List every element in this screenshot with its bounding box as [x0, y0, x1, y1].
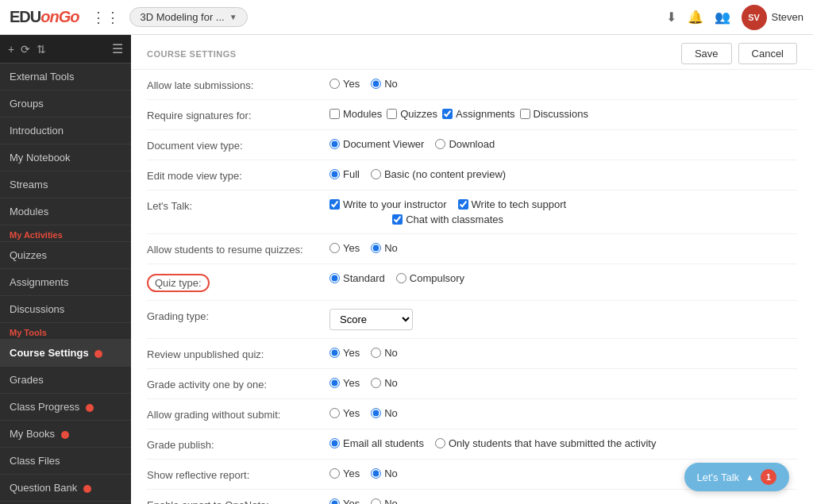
radio-submitted-only[interactable]: Only students that have submitted the ac… [435, 437, 657, 449]
radio-doc-viewer[interactable]: Document Viewer [329, 138, 424, 150]
radio-review-yes[interactable]: Yes [329, 347, 360, 359]
sidebar-top: + ⟳ ⇅ ☰ [0, 35, 131, 63]
controls-resume-quizzes: Yes No [329, 242, 398, 254]
controls-grading-without-submit: Yes No [329, 407, 398, 419]
label-resume-quizzes: Allow students to resume quizzes: [147, 242, 329, 256]
checkbox-write-instructor[interactable]: Write to your instructor [329, 198, 447, 210]
course-settings-badge [94, 350, 102, 358]
label-reflective-report: Show reflective report: [147, 467, 329, 481]
checkbox-discussions[interactable]: Discussions [520, 108, 588, 120]
user-menu[interactable]: SV Steven [742, 5, 803, 30]
chevron-down-icon: ▼ [229, 13, 237, 21]
radio-resume-yes[interactable]: Yes [329, 242, 360, 254]
radio-gws-no[interactable]: No [371, 407, 398, 419]
label-require-signatures: Require signatures for: [147, 108, 329, 121]
sidebar-add-icon[interactable]: + [8, 43, 14, 56]
setting-row-grade-one-by-one: Grade activity one by one: Yes No [147, 369, 797, 399]
radio-allow-late-yes[interactable]: Yes [329, 78, 360, 90]
checkbox-quizzes[interactable]: Quizzes [387, 108, 437, 120]
sidebar-menu-icon[interactable]: ☰ [112, 41, 123, 56]
checkbox-modules[interactable]: Modules [329, 108, 382, 120]
setting-row-lets-talk: Let's Talk: Write to your instructor Wri… [147, 190, 797, 234]
sidebar-item-class-progress[interactable]: Class Progress [0, 394, 131, 421]
radio-review-no[interactable]: No [371, 347, 398, 359]
lets-talk-float-badge: 1 [761, 469, 776, 485]
checkbox-assignments[interactable]: Assignments [442, 108, 514, 120]
setting-row-edit-mode: Edit mode view type: Full Basic (no cont… [147, 160, 797, 190]
radio-allow-late-no[interactable]: No [371, 78, 398, 90]
sidebar-item-assignments[interactable]: Assignments [0, 269, 131, 296]
class-progress-badge [86, 404, 94, 412]
radio-full[interactable]: Full [329, 168, 360, 180]
download-icon[interactable]: ⬇ [666, 10, 676, 25]
radio-standard[interactable]: Standard [329, 272, 385, 284]
setting-row-export-onenote: Enable export to OneNote: Yes No [147, 490, 797, 504]
sidebar-refresh-icon[interactable]: ⟳ [21, 43, 30, 56]
sidebar-arrows-icon[interactable]: ⇅ [37, 43, 46, 56]
sidebar-item-class-files[interactable]: Class Files [0, 448, 131, 475]
radio-reflect-yes[interactable]: Yes [329, 467, 360, 479]
controls-grade-publish: Email all students Only students that ha… [329, 437, 656, 449]
sidebar: + ⟳ ⇅ ☰ External Tools Groups Introducti… [0, 35, 131, 504]
checkbox-write-tech[interactable]: Write to tech support [458, 198, 567, 210]
lets-talk-line2: Chat with classmates [392, 214, 503, 225]
label-document-view: Document view type: [147, 138, 329, 152]
sidebar-item-course-settings[interactable]: Course Settings [0, 340, 131, 367]
label-grading-type: Grading type: [147, 309, 329, 322]
lets-talk-line1: Write to your instructor Write to tech s… [329, 198, 566, 210]
radio-gws-yes[interactable]: Yes [329, 407, 360, 419]
content-header: COURSE SETTINGS Save Cancel [131, 35, 813, 70]
radio-compulsory[interactable]: Compulsory [396, 272, 464, 284]
label-lets-talk: Let's Talk: [147, 198, 329, 212]
sidebar-item-quizzes[interactable]: Quizzes [0, 242, 131, 269]
radio-reflect-no[interactable]: No [371, 467, 398, 479]
main-layout: + ⟳ ⇅ ☰ External Tools Groups Introducti… [0, 35, 813, 504]
label-grade-publish: Grade publish: [147, 437, 329, 451]
sidebar-item-streams[interactable]: Streams [0, 171, 131, 198]
sidebar-item-my-books[interactable]: My Books [0, 421, 131, 448]
sidebar-section-my-tools: My Tools [0, 323, 131, 340]
setting-row-review-unpublished: Review unpublished quiz: Yes No [147, 339, 797, 369]
lets-talk-float-button[interactable]: Let's Talk ▲ 1 [684, 463, 789, 491]
setting-row-resume-quizzes: Allow students to resume quizzes: Yes No [147, 234, 797, 264]
sidebar-item-question-bank[interactable]: Question Bank [0, 475, 131, 502]
cancel-button[interactable]: Cancel [738, 43, 797, 64]
radio-basic[interactable]: Basic (no content preview) [371, 168, 506, 180]
lets-talk-float-label: Let's Talk [697, 471, 740, 483]
content-area: COURSE SETTINGS Save Cancel Allow late s… [131, 35, 813, 504]
sidebar-item-modules[interactable]: Modules [0, 198, 131, 225]
label-grade-one-by-one: Grade activity one by one: [147, 377, 329, 391]
radio-download[interactable]: Download [435, 138, 495, 150]
arrow-up-icon: ▲ [746, 472, 754, 482]
setting-row-quiz-type: Quiz type: Standard Compulsory [147, 264, 797, 301]
sidebar-item-my-notebook[interactable]: My Notebook [0, 144, 131, 171]
radio-onenote-no[interactable]: No [371, 498, 398, 504]
controls-quiz-type: Standard Compulsory [329, 272, 464, 284]
question-bank-badge [83, 485, 91, 493]
sidebar-item-introduction[interactable]: Introduction [0, 117, 131, 144]
topbar: EDUonGo ⋮⋮ 3D Modeling for ... ▼ ⬇ 🔔 👥 S… [0, 0, 813, 35]
bell-icon[interactable]: 🔔 [688, 10, 703, 25]
sidebar-item-discussions[interactable]: Discussions [0, 296, 131, 323]
save-button[interactable]: Save [681, 43, 732, 64]
course-name: 3D Modeling for ... [140, 11, 224, 23]
label-grading-without-submit: Allow grading without submit: [147, 407, 329, 421]
sidebar-item-grades[interactable]: Grades [0, 367, 131, 394]
setting-row-document-view: Document view type: Document Viewer Down… [147, 130, 797, 160]
radio-grade-obo-no[interactable]: No [371, 377, 398, 389]
course-selector[interactable]: 3D Modeling for ... ▼ [129, 7, 247, 27]
grid-icon[interactable]: ⋮⋮ [91, 9, 120, 26]
sidebar-item-external-tools[interactable]: External Tools [0, 63, 131, 90]
sidebar-item-groups[interactable]: Groups [0, 90, 131, 117]
radio-resume-no[interactable]: No [371, 242, 398, 254]
controls-grading-type: Score Percentage Letter [329, 309, 413, 330]
logo: EDUonGo [10, 8, 79, 26]
label-edit-mode: Edit mode view type: [147, 168, 329, 182]
radio-email-all[interactable]: Email all students [329, 437, 424, 449]
grading-select[interactable]: Score Percentage Letter [329, 309, 413, 330]
radio-onenote-yes[interactable]: Yes [329, 498, 360, 504]
radio-grade-obo-yes[interactable]: Yes [329, 377, 360, 389]
users-icon[interactable]: 👥 [715, 10, 730, 25]
username: Steven [772, 11, 803, 23]
checkbox-chat-classmates[interactable]: Chat with classmates [392, 214, 503, 225]
